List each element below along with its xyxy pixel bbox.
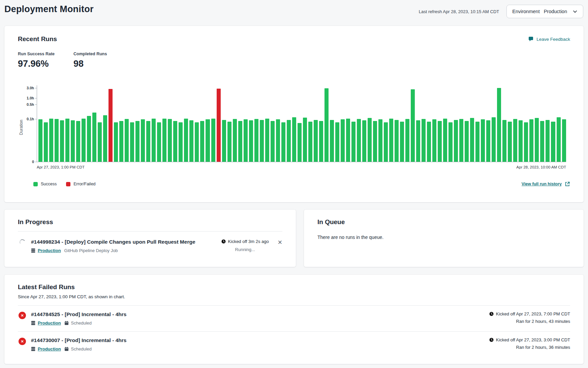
- chart-bar[interactable]: [351, 122, 355, 162]
- chart-bar[interactable]: [416, 120, 420, 162]
- chart-bar[interactable]: [76, 121, 80, 162]
- chart-bar[interactable]: [475, 122, 479, 162]
- chart-bar[interactable]: [227, 122, 231, 162]
- chart-bar[interactable]: [378, 119, 382, 162]
- chart-bar[interactable]: [130, 122, 134, 162]
- chart-bar[interactable]: [335, 122, 339, 162]
- chart-bar[interactable]: [524, 122, 528, 162]
- chart-bar[interactable]: [324, 88, 329, 162]
- chart-bar[interactable]: [49, 119, 53, 162]
- chart-bar[interactable]: [562, 119, 566, 162]
- chart-bar[interactable]: [44, 122, 48, 162]
- chart-bar[interactable]: [319, 121, 323, 162]
- chart-bar[interactable]: [276, 119, 280, 162]
- chart-bar[interactable]: [389, 119, 393, 162]
- chart-bar[interactable]: [60, 120, 64, 162]
- chart-bar[interactable]: [157, 122, 161, 162]
- chart-bar[interactable]: [448, 122, 453, 162]
- chart-bar[interactable]: [551, 122, 555, 162]
- chart-bar[interactable]: [546, 120, 550, 162]
- chart-bar[interactable]: [55, 119, 59, 162]
- leave-feedback-link[interactable]: Leave Feedback: [528, 36, 570, 42]
- chart-bar[interactable]: [195, 122, 199, 162]
- chart-bar[interactable]: [535, 118, 539, 162]
- chart-bar[interactable]: [362, 120, 366, 162]
- chart-bar[interactable]: [119, 121, 123, 162]
- chart-bar[interactable]: [249, 120, 253, 162]
- chart-bar[interactable]: [292, 117, 296, 162]
- chart-bar[interactable]: [330, 120, 334, 162]
- chart-bar[interactable]: [162, 119, 166, 162]
- chart-bar[interactable]: [281, 122, 285, 162]
- chart-bar[interactable]: [152, 119, 156, 162]
- chart-bar[interactable]: [271, 121, 275, 162]
- chart-bar[interactable]: [211, 119, 215, 162]
- chart-bar[interactable]: [71, 120, 75, 162]
- chart-bar[interactable]: [432, 119, 436, 162]
- close-icon[interactable]: ✕: [278, 239, 282, 253]
- chart-bar[interactable]: [206, 119, 210, 162]
- chart-bar[interactable]: [373, 121, 377, 162]
- chart-bar[interactable]: [179, 122, 183, 162]
- chart-bar[interactable]: [481, 119, 485, 162]
- environment-dropdown[interactable]: Environment Production: [506, 5, 583, 18]
- chart-bar[interactable]: [470, 118, 474, 162]
- chart-bar[interactable]: [368, 118, 372, 162]
- chart-bar[interactable]: [65, 119, 69, 162]
- chart-bar[interactable]: [189, 120, 193, 162]
- view-full-run-history-link[interactable]: View full run history: [522, 181, 570, 187]
- chart-bar[interactable]: [513, 119, 517, 162]
- chart-bar[interactable]: [260, 120, 264, 162]
- chart-bar[interactable]: [82, 119, 86, 162]
- chart-bar[interactable]: [314, 120, 318, 162]
- chart-bar[interactable]: [497, 88, 501, 162]
- chart-bar[interactable]: [233, 119, 237, 162]
- chart-bar[interactable]: [238, 121, 242, 162]
- chart-bar[interactable]: [184, 119, 188, 162]
- chart-bar[interactable]: [529, 119, 533, 162]
- chart-bar[interactable]: [486, 120, 490, 162]
- chart-bar[interactable]: [217, 89, 221, 162]
- chart-bar[interactable]: [125, 119, 129, 162]
- chart-bar[interactable]: [519, 120, 523, 162]
- chart-bar[interactable]: [384, 122, 388, 162]
- chart-bar[interactable]: [540, 121, 544, 162]
- chart-bar[interactable]: [400, 122, 404, 162]
- chart-bar[interactable]: [502, 120, 506, 162]
- chart-bar[interactable]: [454, 120, 458, 162]
- chart-bar[interactable]: [492, 117, 496, 162]
- chart-bar[interactable]: [254, 119, 258, 162]
- chart-bar[interactable]: [427, 122, 431, 162]
- chart-bar[interactable]: [92, 113, 96, 162]
- chart-bar[interactable]: [459, 119, 463, 162]
- chart-bar[interactable]: [303, 118, 307, 162]
- chart-bar[interactable]: [357, 119, 361, 162]
- chart-bar[interactable]: [265, 119, 269, 162]
- chart-bar[interactable]: [411, 89, 415, 162]
- chart-bar[interactable]: [341, 119, 345, 162]
- chart-bar[interactable]: [244, 119, 248, 162]
- chart-bar[interactable]: [98, 122, 102, 162]
- chart-bar[interactable]: [135, 121, 140, 162]
- environment-link[interactable]: Production: [31, 346, 61, 351]
- chart-bar[interactable]: [308, 122, 312, 162]
- chart-bar[interactable]: [141, 119, 145, 162]
- chart-bar[interactable]: [146, 121, 150, 162]
- environment-link[interactable]: Production: [31, 248, 61, 253]
- chart-bar[interactable]: [298, 123, 302, 162]
- chart-bar[interactable]: [443, 119, 447, 162]
- chart-bar[interactable]: [405, 119, 409, 162]
- chart-bar[interactable]: [38, 119, 42, 162]
- chart-bar[interactable]: [222, 120, 226, 162]
- chart-bar[interactable]: [422, 119, 426, 162]
- chart-bar[interactable]: [346, 119, 350, 162]
- environment-link[interactable]: Production: [31, 320, 61, 326]
- chart-bar[interactable]: [87, 116, 91, 162]
- chart-bar[interactable]: [114, 122, 118, 162]
- chart-bar[interactable]: [438, 121, 442, 162]
- chart-bar[interactable]: [508, 122, 512, 162]
- chart-bar[interactable]: [557, 117, 561, 162]
- chart-bar[interactable]: [173, 121, 177, 162]
- chart-bar[interactable]: [168, 119, 172, 162]
- chart-bar[interactable]: [287, 120, 291, 162]
